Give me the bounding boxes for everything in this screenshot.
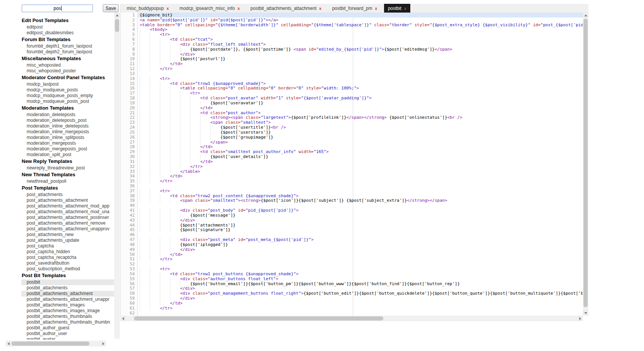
template-list-item[interactable]: newreply_threadreview_post: [21, 165, 114, 171]
code-line[interactable]: </tr>: [138, 66, 583, 71]
code-line[interactable]: <td class="tcat">: [138, 37, 583, 42]
code-line[interactable]: </span>: [138, 140, 583, 145]
code-line[interactable]: <table cellspacing="0" cellpadding="0" b…: [138, 86, 583, 91]
code-line[interactable]: </tr>: [138, 164, 583, 169]
template-list-item[interactable]: modcp_lastpost: [21, 81, 114, 87]
template-list-item[interactable]: moderation_deleteposts: [21, 112, 114, 118]
code-line[interactable]: [138, 183, 583, 188]
template-list-item[interactable]: post_captcha_recaptcha: [21, 255, 114, 260]
code-line[interactable]: </tr>: [138, 306, 583, 311]
tab-postbit[interactable]: postbitx: [384, 4, 410, 13]
search-input[interactable]: [22, 5, 93, 12]
template-list-item[interactable]: postbit_attachments_images_image: [21, 308, 114, 314]
template-list-item[interactable]: post_captcha_hidden: [21, 249, 114, 255]
tab-close-icon[interactable]: x: [404, 6, 406, 11]
template-list-item[interactable]: modcp_modqueue_posts_empty: [21, 93, 114, 99]
code-line[interactable]: </tr>: [138, 257, 583, 262]
code-line[interactable]: <td class="smalltext post_author_info" w…: [138, 149, 583, 154]
code-line[interactable]: <a name="pid{$post['pid']}" id="pid{$pos…: [138, 18, 583, 22]
code-line[interactable]: {$post['user_details']}: [138, 154, 583, 159]
template-list-item[interactable]: forumbit_depth1_forum_lastpost: [21, 43, 114, 49]
editor-hscroll-thumb[interactable]: [134, 316, 383, 321]
code-line[interactable]: <div class="author_buttons float_left">: [138, 276, 583, 281]
code-line[interactable]: {$post['groupimage']}: [138, 135, 583, 140]
code-line[interactable]: <td class="post_author">: [138, 110, 583, 115]
code-line[interactable]: <td class="trow1 post_buttons {$unapprov…: [138, 271, 583, 276]
template-list-item[interactable]: post_attachments_attachment_mod_una: [21, 209, 114, 215]
template-list-item[interactable]: post_attachments_attachment: [21, 198, 114, 203]
sidebar-vscroll-thumb[interactable]: [115, 19, 119, 32]
code-line[interactable]: </td>: [138, 144, 583, 149]
sidebar-hscroll-thumb[interactable]: [11, 341, 89, 346]
template-list-item[interactable]: postbit: [21, 279, 114, 285]
editor-vertical-scrollbar[interactable]: [583, 13, 588, 316]
template-list-item[interactable]: moderation_inline_mergeposts: [21, 129, 114, 135]
template-list-item[interactable]: editpost: [21, 24, 114, 30]
scroll-up-button[interactable]: [114, 13, 120, 18]
code-line[interactable]: <td class="post_avatar" width="1" style=…: [138, 96, 583, 101]
template-list-item[interactable]: post_attachments_attachment_mod_app: [21, 203, 114, 209]
template-list-item[interactable]: moderation_inline_splitposts: [21, 135, 114, 140]
template-list-item[interactable]: moderation_mergeposts_post: [21, 146, 114, 152]
template-list-item[interactable]: post_attachments_attachment_remove: [21, 220, 114, 226]
template-list-item[interactable]: misc_whoposted: [21, 62, 114, 68]
scroll-down-button[interactable]: [583, 310, 588, 316]
code-line[interactable]: {$post['message']}: [138, 213, 583, 218]
tab-postbit_forward_pm[interactable]: postbit_forward_pmx: [328, 4, 381, 13]
template-list-item[interactable]: post_captcha: [21, 243, 114, 249]
template-list-item[interactable]: postbit_attachments_attachment: [21, 291, 114, 297]
code-line[interactable]: <tr>: [138, 32, 583, 37]
editor-vscroll-thumb[interactable]: [583, 19, 588, 307]
code-line[interactable]: <td class="trow1 {$unapproved_shade}">: [138, 81, 583, 86]
scroll-up-button[interactable]: [583, 13, 588, 18]
code-line[interactable]: </td>: [138, 252, 583, 257]
code-line[interactable]: {$post['usertitle']}<br />: [138, 125, 583, 130]
code-line[interactable]: <strong><span class="largetext">{$post['…: [138, 115, 583, 120]
sidebar-vertical-scrollbar[interactable]: [114, 13, 120, 339]
code-line[interactable]: </div>: [138, 52, 583, 57]
template-list-item[interactable]: newthread_postpoll: [21, 179, 114, 184]
template-list-item[interactable]: post_subscription_method: [21, 266, 114, 272]
tab-close-icon[interactable]: x: [166, 6, 169, 11]
template-list-item[interactable]: editpost_disablesmilies: [21, 30, 114, 36]
code-line[interactable]: <span class="smalltext">: [138, 120, 583, 125]
code-line[interactable]: </div>: [138, 218, 583, 223]
code-line[interactable]: {$post['useravatar']}: [138, 101, 583, 105]
code-line[interactable]: <tr>: [138, 266, 583, 271]
code-area[interactable]: {$ignore_bit}<a name="pid{$post['pid']}"…: [138, 13, 583, 316]
template-list-item[interactable]: postbit_attachments_thumbnails: [21, 314, 114, 319]
scroll-right-button[interactable]: [577, 316, 583, 321]
code-line[interactable]: </table>: [138, 169, 583, 174]
tab-modcp_ipsearch_misc_info[interactable]: modcp_ipsearch_misc_infox: [176, 4, 244, 13]
template-list-item[interactable]: postbit_avatar: [21, 337, 114, 340]
tab-misc_buddypopup[interactable]: misc_buddypopupx: [123, 4, 173, 13]
code-line[interactable]: {$post['attachments']}: [138, 223, 583, 228]
code-line[interactable]: <div class="post_meta" id="post_meta_{$p…: [138, 237, 583, 242]
template-list-item[interactable]: postbit_attachments_thumbnails_thumbn: [21, 319, 114, 325]
code-line[interactable]: <table border="0" cellspacing="{$theme['…: [138, 22, 583, 27]
code-line[interactable]: [138, 262, 583, 266]
template-list-item[interactable]: post_attachments_new: [21, 232, 114, 238]
template-list-item[interactable]: post_attachments_update: [21, 238, 114, 243]
code-line[interactable]: {$post['button_email']}{$post['button_pm…: [138, 281, 583, 286]
editor-horizontal-scrollbar[interactable]: [120, 316, 583, 321]
template-list-item[interactable]: moderation_mergeposts: [21, 140, 114, 146]
scroll-left-button[interactable]: [120, 316, 126, 321]
tab-close-icon[interactable]: x: [319, 6, 322, 11]
code-line[interactable]: </td>: [138, 159, 583, 164]
code-line[interactable]: [138, 203, 583, 208]
scroll-right-button[interactable]: [100, 341, 106, 346]
template-list-item[interactable]: post_attachments_attachment_postinser: [21, 215, 114, 220]
template-list-item[interactable]: misc_whoposted_poster: [21, 68, 114, 74]
tab-close-icon[interactable]: x: [238, 6, 240, 11]
code-line[interactable]: {$post['signature']}: [138, 227, 583, 232]
template-list-item[interactable]: modcp_modqueue_posts_post: [21, 99, 114, 104]
template-list-item[interactable]: forumbit_depth2_forum_lastpost: [21, 49, 114, 55]
code-line[interactable]: <div class="post_management_buttons floa…: [138, 291, 583, 296]
code-line[interactable]: <div class="post_body" id="pid_{$post['p…: [138, 208, 583, 213]
template-list-item[interactable]: post_savedraftbutton: [21, 260, 114, 266]
code-line[interactable]: [138, 232, 583, 237]
tab-postbit_attachments_attachment[interactable]: postbit_attachments_attachmentx: [247, 4, 325, 13]
template-list-item[interactable]: postbit_attachments_images: [21, 302, 114, 308]
template-list-item[interactable]: postbit_attachments: [21, 285, 114, 291]
